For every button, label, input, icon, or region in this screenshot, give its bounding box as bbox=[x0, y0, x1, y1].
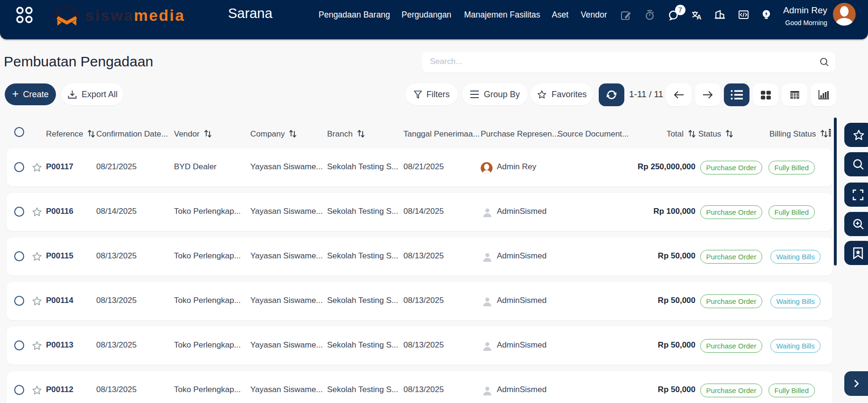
svg-text:A: A bbox=[697, 13, 702, 20]
